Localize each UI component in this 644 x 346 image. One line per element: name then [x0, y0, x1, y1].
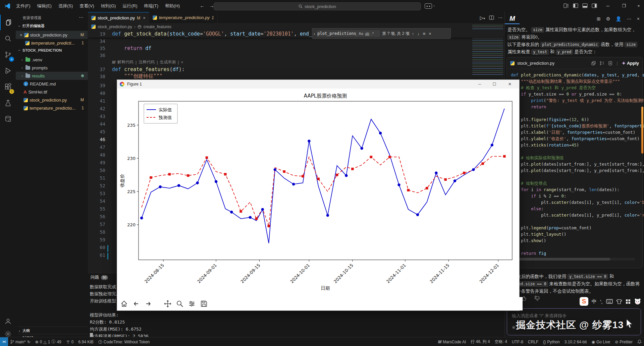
panel-scrollbar[interactable] [641, 107, 643, 154]
find-next-icon[interactable]: ↓ [416, 31, 421, 36]
explorer-icon[interactable] [0, 15, 16, 30]
copilot-icon[interactable] [425, 3, 432, 9]
codetime-item[interactable]: CodeTime: Without Token [96, 340, 152, 344]
codelens-生成单测[interactable]: 生成单测 [160, 59, 176, 65]
project-section[interactable]: › STOCK_PREDICTION [18, 48, 62, 52]
gear-icon[interactable]: ⚙ [606, 16, 610, 21]
home-icon[interactable] [120, 300, 128, 307]
menu-文件(F)[interactable]: 文件(F) [13, 3, 34, 9]
account-share-icon[interactable]: 👤 [615, 16, 621, 21]
command-icon[interactable]: ※ [512, 325, 516, 330]
problems-tab[interactable]: 问题 50 [91, 275, 108, 280]
codelens-close-icon[interactable]: × [181, 60, 183, 65]
whole-word-toggle[interactable]: ab [364, 32, 370, 36]
outline-section[interactable]: › 大纲 [18, 327, 88, 333]
zoom-icon[interactable] [176, 300, 183, 307]
open-editor-item[interactable]: × stock_prediction.py M [16, 31, 88, 39]
open-editor-item[interactable]: temperature_predicti... 1 [16, 39, 88, 47]
close-icon[interactable]: × [20, 33, 22, 38]
run-debug-icon[interactable] [0, 63, 16, 78]
more-icon[interactable]: ⋯ [627, 16, 632, 21]
network-usage-item[interactable]: 6.94 KiB [76, 340, 96, 344]
open-editors-section[interactable]: › 打开的编辑器 [18, 23, 45, 28]
copy-icon[interactable] [591, 61, 596, 65]
prettier-item[interactable]: ⊘Prettier [612, 340, 635, 344]
indentation-item[interactable]: 空格: 4 [492, 339, 509, 345]
back-icon[interactable] [132, 300, 140, 307]
ime-punctuation-icon[interactable]: ’, [600, 299, 603, 304]
tree-item-.venv[interactable]: ›.venv [16, 56, 88, 64]
eol-item[interactable]: CRLF [526, 340, 541, 344]
notifications-bell-icon[interactable] [635, 340, 644, 344]
customize-layout-icon[interactable] [564, 3, 569, 8]
marscode-status-item[interactable]: MMarsCode AI [436, 340, 468, 344]
remote-indicator[interactable]: >< [0, 337, 8, 346]
panel-close-icon[interactable]: × [637, 16, 640, 21]
ports-item[interactable]: 0 [64, 340, 76, 344]
menu-转到(G)[interactable]: 转到(G) [98, 3, 119, 9]
tab-close-icon[interactable]: × [143, 15, 146, 20]
split-editor-icon[interactable] [489, 15, 494, 20]
menu-选择(S)[interactable]: 选择(S) [55, 3, 76, 9]
find-previous-icon[interactable]: ↑ [411, 31, 415, 36]
go-live-item[interactable]: ◉Go Live [589, 340, 612, 344]
codelens-注释代码[interactable]: 注释代码 [139, 59, 155, 65]
menu-帮助(H)[interactable]: 帮助(H) [162, 3, 183, 9]
figure-title-bar[interactable]: Figure 1 ─ ☐ ✕ [117, 80, 519, 89]
git-branch-item[interactable]: main*↻ [8, 340, 33, 344]
python-interpreter-item[interactable]: 3.10.2 64-bit [562, 340, 589, 344]
menu-查看(V)[interactable]: 查看(V) [76, 3, 97, 9]
menu-运行(R)[interactable]: 运行(R) [119, 3, 141, 9]
match-case-toggle[interactable]: Aa [358, 32, 364, 36]
nav-back-icon[interactable]: ← [199, 3, 206, 8]
find-in-selection-icon[interactable]: ≡ [422, 31, 427, 36]
codelens-解释代码[interactable]: 解释代码 [117, 59, 133, 65]
find-toggle-replace-icon[interactable]: › [314, 31, 315, 36]
pan-icon[interactable] [164, 300, 171, 307]
database-icon[interactable] [0, 111, 16, 127]
find-close-icon[interactable]: × [428, 31, 432, 36]
ime-keyboard-icon[interactable] [606, 299, 613, 304]
search-sidebar-icon[interactable] [0, 31, 16, 46]
menu-终端(T)[interactable]: 终端(T) [141, 3, 162, 9]
sogou-logo-icon[interactable]: S [580, 297, 588, 306]
thumbs-down-icon[interactable] [534, 295, 540, 301]
close-button[interactable]: × [632, 0, 644, 12]
figure-close-button[interactable]: ✕ [503, 80, 517, 88]
encoding-item[interactable]: UTF-8 [509, 340, 526, 344]
ime-mascot-icon[interactable] [634, 298, 641, 305]
cursor-position-item[interactable]: 行 46, 列 4 [468, 339, 492, 345]
more-actions-icon[interactable]: ⋯ [498, 15, 502, 20]
insert-file-icon[interactable] [608, 61, 612, 65]
toggle-panel-icon[interactable] [582, 3, 588, 8]
tree-item-SimHei.ttf[interactable]: ASimHei.ttf [16, 88, 88, 96]
menu-编辑(E)[interactable]: 编辑(E) [34, 3, 55, 9]
tree-item-results[interactable]: ›results [16, 72, 88, 80]
tree-item-README.md[interactable]: iREADME.md [16, 80, 88, 88]
regex-toggle[interactable]: .* [370, 32, 375, 36]
figure-maximize-button[interactable]: ☐ [487, 80, 501, 88]
toggle-secondary-sidebar-icon[interactable] [592, 3, 597, 8]
new-chat-icon[interactable]: ⊞ [597, 16, 601, 21]
sidebar-more-actions-icon[interactable]: ⋯ [79, 15, 83, 20]
restore-button[interactable]: ❐ [617, 0, 631, 12]
testing-icon[interactable] [0, 95, 16, 111]
minimize-button[interactable]: ─ [601, 0, 614, 12]
ime-skin-icon[interactable] [616, 299, 622, 304]
matplotlib-figure-window[interactable]: Figure 1 ─ ☐ ✕ 2202252302352024-08-15202… [117, 79, 520, 311]
tree-item-prompts[interactable]: ›prompts [16, 64, 88, 72]
forward-icon[interactable] [145, 300, 152, 307]
apply-button[interactable]: Apply [622, 61, 639, 66]
code-horizontal-scrollbar[interactable] [509, 258, 635, 261]
source-control-icon[interactable]: 4 [0, 47, 16, 62]
figure-minimize-button[interactable]: ─ [473, 80, 487, 88]
tree-item-temperature_predictio...[interactable]: temperature_predictio...1 [16, 104, 88, 112]
tab-temperature-prediction[interactable]: temperature_prediction.py 1 [149, 12, 218, 23]
breadcrumb[interactable]: stock_prediction.py › create_features [91, 23, 171, 30]
diff-icon[interactable] [600, 61, 604, 65]
run-python-file-icon[interactable]: ▷▾ [480, 15, 485, 20]
subplots-config-icon[interactable] [188, 300, 196, 307]
find-input[interactable] [317, 31, 358, 36]
tab-stock-prediction[interactable]: stock_prediction.py M × [88, 12, 149, 23]
problems-item[interactable]: ⊗0 △1 ⓘ49 [33, 339, 64, 345]
